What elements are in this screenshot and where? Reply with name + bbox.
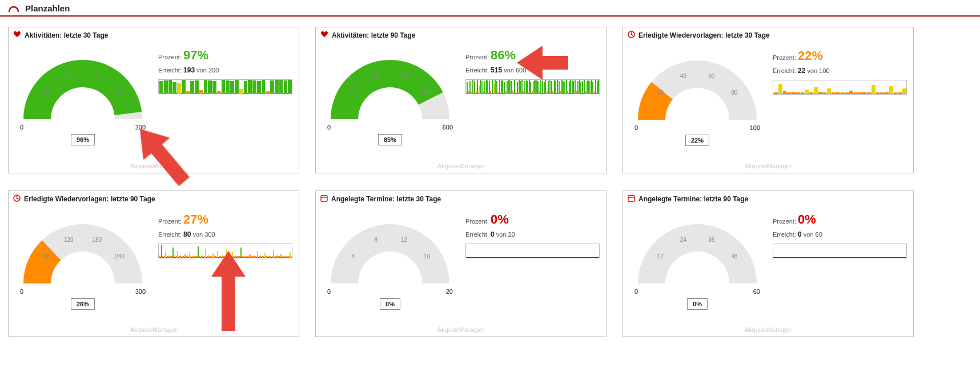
percent-row: Prozent: 97% bbox=[158, 45, 293, 65]
von-label: von bbox=[196, 67, 207, 74]
card-title: Erledigte Wiedervorlagen: letzte 30 Tage bbox=[638, 31, 770, 39]
svg-text:40: 40 bbox=[680, 73, 687, 79]
von-label: von bbox=[504, 67, 514, 74]
axis-min: 0 bbox=[634, 288, 638, 295]
reached-row: Erreicht: 193 von 200 bbox=[158, 65, 293, 76]
clock-icon bbox=[13, 194, 21, 204]
calendar-icon bbox=[320, 194, 328, 204]
gauge-chart: 4080120160 0 200 96% bbox=[14, 45, 151, 153]
axis-min: 0 bbox=[20, 288, 23, 295]
metric-card-wv30: Erledigte Wiedervorlagen: letzte 30 Tage… bbox=[622, 27, 914, 173]
watermark: AkquiseManager bbox=[623, 326, 913, 333]
reached-row: Erreicht: 515 von 600 bbox=[465, 65, 600, 76]
card-title: Aktivitäten: letzte 30 Tage bbox=[25, 31, 108, 39]
card-title: Aktivitäten: letzte 90 Tage bbox=[332, 31, 415, 39]
target-value: 600 bbox=[516, 67, 526, 74]
percent-row: Prozent: 22% bbox=[773, 46, 907, 66]
axis-min: 0 bbox=[327, 124, 331, 131]
svg-text:240: 240 bbox=[115, 253, 124, 260]
card-header: Angelegte Termine: letzte 90 Tage bbox=[623, 191, 913, 209]
svg-text:16: 16 bbox=[424, 253, 431, 260]
reached-value: 0 bbox=[491, 230, 495, 238]
svg-text:60: 60 bbox=[708, 73, 715, 79]
svg-text:48: 48 bbox=[731, 253, 738, 260]
gauge-percent-box: 22% bbox=[685, 135, 709, 146]
watermark: AkquiseManager bbox=[316, 163, 606, 169]
percent-value: 97% bbox=[183, 48, 208, 62]
gauge-logo-icon bbox=[8, 5, 19, 13]
target-value: 20 bbox=[508, 231, 515, 238]
svg-text:120: 120 bbox=[64, 237, 74, 243]
reached-value: 22 bbox=[798, 67, 805, 75]
dashboard-grid: Aktivitäten: letzte 30 Tage 4080120160 0… bbox=[0, 17, 980, 347]
target-value: 200 bbox=[208, 67, 219, 74]
reached-value: 80 bbox=[183, 230, 191, 238]
svg-rect-26 bbox=[628, 196, 634, 201]
watermark: AkquiseManager bbox=[9, 326, 299, 333]
card-header: Angelegte Termine: letzte 30 Tage bbox=[316, 191, 606, 209]
svg-text:12: 12 bbox=[657, 253, 664, 260]
percent-label: Prozent: bbox=[773, 54, 796, 61]
svg-text:120: 120 bbox=[92, 72, 102, 79]
gauge-percent-box: 0% bbox=[380, 298, 400, 310]
svg-text:12: 12 bbox=[401, 237, 408, 243]
axis-max: 200 bbox=[135, 124, 146, 131]
svg-text:36: 36 bbox=[708, 237, 715, 243]
gauge-chart: 60120180240 0 300 26% bbox=[14, 209, 151, 318]
reached-label: Erreicht: bbox=[158, 67, 182, 74]
gauge-percent-box: 85% bbox=[378, 134, 402, 145]
target-value: 300 bbox=[204, 231, 215, 238]
reached-row: Erreicht: 0 von 60 bbox=[773, 229, 907, 240]
gauge-percent-box: 96% bbox=[71, 134, 95, 145]
stats-panel: Prozent: 86% Erreicht: 515 von 600 bbox=[465, 45, 600, 153]
percent-value: 22% bbox=[798, 48, 823, 63]
calendar-icon bbox=[628, 194, 635, 204]
percent-row: Prozent: 86% bbox=[465, 45, 600, 65]
reached-label: Erreicht: bbox=[465, 67, 489, 74]
gauge-chart: 120240360480 0 600 85% bbox=[322, 45, 459, 153]
svg-text:4: 4 bbox=[351, 253, 355, 260]
von-label: von bbox=[496, 231, 507, 238]
watermark: AkquiseManager bbox=[9, 163, 299, 169]
axis-max: 600 bbox=[443, 124, 453, 131]
card-title: Erledigte Wiedervorlagen: letzte 90 Tage bbox=[24, 195, 155, 203]
percent-value: 86% bbox=[491, 48, 516, 62]
axis-max: 100 bbox=[750, 124, 760, 131]
sparkline-chart bbox=[773, 80, 907, 95]
stats-panel: Prozent: 22% Erreicht: 22 von 100 bbox=[773, 46, 907, 154]
percent-label: Prozent: bbox=[158, 218, 182, 225]
svg-rect-18 bbox=[321, 196, 327, 201]
card-header: Erledigte Wiedervorlagen: letzte 30 Tage bbox=[623, 27, 913, 46]
reached-label: Erreicht: bbox=[465, 231, 489, 238]
svg-text:180: 180 bbox=[92, 237, 102, 243]
stats-panel: Prozent: 97% Erreicht: 193 von 200 bbox=[158, 45, 293, 153]
card-header: Erledigte Wiedervorlagen: letzte 90 Tage bbox=[9, 191, 299, 209]
percent-label: Prozent: bbox=[158, 54, 182, 60]
sparkline-chart bbox=[773, 244, 907, 258]
target-value: 100 bbox=[819, 67, 829, 74]
svg-text:80: 80 bbox=[731, 90, 738, 96]
stats-panel: Prozent: 0% Erreicht: 0 von 60 bbox=[773, 209, 907, 318]
axis-min: 0 bbox=[327, 288, 331, 295]
heart-icon bbox=[320, 31, 328, 39]
percent-value: 0% bbox=[798, 212, 816, 226]
gauge-chart: 481216 0 20 0% bbox=[322, 209, 459, 318]
axis-max: 20 bbox=[446, 288, 453, 295]
card-header: Aktivitäten: letzte 90 Tage bbox=[316, 27, 606, 45]
axis-max: 300 bbox=[135, 288, 146, 295]
svg-text:480: 480 bbox=[422, 89, 432, 95]
percent-label: Prozent: bbox=[773, 218, 796, 225]
gauge-percent-box: 0% bbox=[687, 298, 708, 310]
reached-label: Erreicht: bbox=[158, 231, 182, 238]
von-label: von bbox=[807, 67, 817, 74]
card-title: Angelegte Termine: letzte 30 Tage bbox=[331, 195, 441, 203]
section-title: Planzahlen bbox=[25, 3, 70, 13]
reached-label: Erreicht: bbox=[773, 231, 796, 238]
percent-row: Prozent: 27% bbox=[158, 209, 293, 229]
percent-label: Prozent: bbox=[465, 54, 489, 60]
sparkline-chart bbox=[465, 244, 600, 258]
stats-panel: Prozent: 0% Erreicht: 0 von 20 bbox=[465, 209, 600, 318]
metric-card-term90: Angelegte Termine: letzte 90 Tage 122436… bbox=[622, 190, 914, 337]
svg-text:240: 240 bbox=[371, 72, 381, 79]
axis-max: 60 bbox=[753, 288, 760, 295]
